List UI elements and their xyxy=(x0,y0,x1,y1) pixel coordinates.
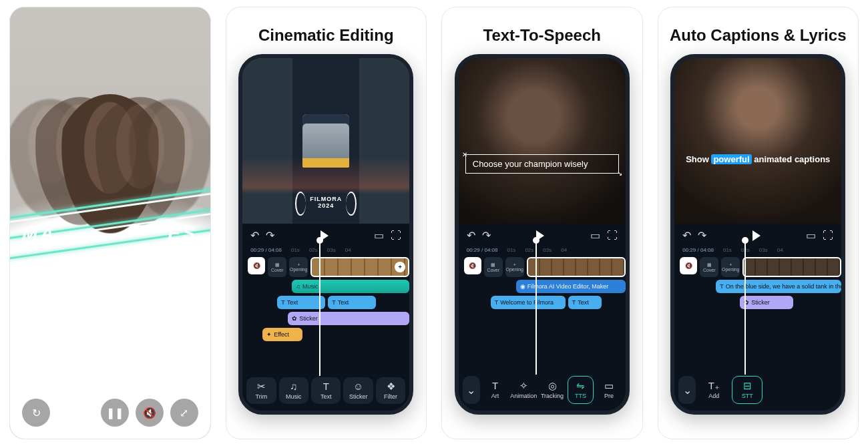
expand-icon: ⤢ xyxy=(180,407,188,419)
playhead[interactable] xyxy=(535,240,537,375)
pause-icon: ❚❚ xyxy=(106,407,124,419)
expand-button[interactable]: ⤢ xyxy=(170,399,198,427)
card-title: Auto Captions & Lyrics xyxy=(670,26,846,45)
tts-icon: ⇋ xyxy=(576,381,585,391)
mute-button[interactable]: 🔇 xyxy=(136,399,164,427)
playhead[interactable] xyxy=(744,240,746,375)
undo-icon[interactable]: ↶ xyxy=(250,229,259,242)
tool-tts[interactable]: ⇋TTS xyxy=(568,376,594,404)
add-clip-button[interactable]: + xyxy=(395,262,405,272)
sticker-clip[interactable]: ✿ Sticker xyxy=(288,312,409,325)
tracking-icon: ◎ xyxy=(548,381,557,391)
feature-card-captions: Auto Captions & Lyrics Show powerful ani… xyxy=(658,7,859,439)
play-button[interactable] xyxy=(752,230,761,241)
timeline[interactable]: 🔇 ▦Cover +Opening T On the blue side, we… xyxy=(674,254,841,372)
tool-animation[interactable]: ✧Animation xyxy=(510,376,537,404)
player-controls: ↶ ↷ ▭ ⛶ xyxy=(242,224,409,247)
effect-clip[interactable]: ✦ Effect xyxy=(262,328,302,341)
toolbar-collapse[interactable]: ⌄ xyxy=(678,376,696,404)
tool-music[interactable]: ♫Music xyxy=(279,377,308,404)
crop-icon[interactable]: ▭ xyxy=(374,229,384,242)
tool-tracking[interactable]: ◎Tracking xyxy=(539,376,565,404)
auto-caption: Show powerful animated captions xyxy=(674,154,841,164)
filter-icon: ❖ xyxy=(387,381,395,391)
playhead[interactable] xyxy=(319,240,320,376)
timecode: 00:29 / 04:08 xyxy=(250,247,282,253)
video-clip[interactable]: + xyxy=(310,257,409,277)
animation-icon: ✧ xyxy=(519,381,528,391)
timeline[interactable]: 🔇 ▦Cover +Opening ◉ Filmora AI Video Edi… xyxy=(459,254,626,372)
tool-trim[interactable]: ✂Trim xyxy=(246,377,276,404)
tool-filter[interactable]: ❖Filter xyxy=(376,377,405,404)
redo-icon[interactable]: ↷ xyxy=(266,229,274,242)
video-preview[interactable]: ✕ Choose your champion wisely ↘ xyxy=(459,58,626,224)
tick: 01s xyxy=(723,247,732,253)
award-badge: FILMORA 2024 xyxy=(295,192,357,213)
tool-art[interactable]: TArt xyxy=(483,376,508,404)
promo-player-controls: ↻ ❚❚ 🔇 ⤢ xyxy=(22,399,198,427)
tts-clip[interactable]: T Welcome to Filmora xyxy=(491,296,566,309)
track-mute-button[interactable]: 🔇 xyxy=(464,257,481,274)
phone-mock: FILMORA 2024 ↶ ↷ ▭ ⛶ 00:29 / 04:08 01s 0… xyxy=(238,54,413,415)
tool-text[interactable]: TText xyxy=(311,377,341,404)
crop-icon[interactable]: ▭ xyxy=(806,229,816,242)
fullscreen-icon[interactable]: ⛶ xyxy=(607,230,618,242)
tick: 03s xyxy=(327,247,336,253)
text-clip[interactable]: T Text xyxy=(568,296,602,309)
tick: 03s xyxy=(759,247,768,253)
tick: 04 xyxy=(345,247,351,253)
tool-stt[interactable]: ⊟STT xyxy=(732,376,763,404)
cover-chip[interactable]: ▦Cover xyxy=(700,257,718,277)
mute-icon: 🔇 xyxy=(253,262,260,269)
bottom-toolbar: ✂Trim ♫Music TText ☺Sticker ❖Filter xyxy=(242,373,409,411)
tool-sticker[interactable]: ☺Sticker xyxy=(343,377,373,404)
video-preview[interactable]: Show powerful animated captions xyxy=(674,58,841,224)
add-text-icon: T₊ xyxy=(708,381,720,391)
bottom-toolbar: ⌄ T₊Add ⊟STT xyxy=(674,372,841,411)
badge-line1: FILMORA xyxy=(310,196,342,202)
text-clip[interactable]: T Text xyxy=(277,296,325,309)
cover-chip[interactable]: ▦Cover xyxy=(484,257,503,277)
video-preview[interactable]: FILMORA 2024 xyxy=(242,58,409,224)
pause-button[interactable]: ❚❚ xyxy=(101,399,129,427)
tick: 01s xyxy=(507,247,515,253)
time-ruler: 00:29 / 04:08 01s 02s 03s 04 xyxy=(674,247,841,254)
text-clip[interactable]: T Text xyxy=(328,296,376,309)
tts-clip[interactable]: ◉ Filmora AI Video Editor, Maker xyxy=(516,280,626,293)
track-mute-button[interactable]: 🔇 xyxy=(248,257,265,274)
fullscreen-icon[interactable]: ⛶ xyxy=(391,230,401,242)
cover-chip[interactable]: ▦Cover xyxy=(268,257,286,277)
scissors-icon: ✂ xyxy=(257,381,266,391)
opening-chip[interactable]: +Opening xyxy=(505,257,524,277)
timecode: 00:29 / 04:08 xyxy=(682,247,714,253)
tick: 01s xyxy=(291,247,300,253)
toolbar-collapse[interactable]: ⌄ xyxy=(463,376,480,404)
badge-line2: 2024 xyxy=(310,202,342,209)
bottom-toolbar: ⌄ TArt ✧Animation ◎Tracking ⇋TTS ▭Pre xyxy=(459,372,626,411)
sticker-clip[interactable]: ✿ Sticker xyxy=(740,296,793,309)
editable-caption[interactable]: ✕ Choose your champion wisely ↘ xyxy=(465,154,619,174)
video-clip[interactable] xyxy=(527,257,626,277)
redo-icon[interactable]: ↷ xyxy=(698,229,706,242)
card-title: Text-To-Speech xyxy=(483,26,601,45)
redo-icon[interactable]: ↷ xyxy=(482,229,491,242)
caption-clip[interactable]: T On the blue side, we have a solid tank… xyxy=(716,280,841,293)
opening-chip[interactable]: +Opening xyxy=(721,257,740,277)
crop-icon[interactable]: ▭ xyxy=(590,229,600,242)
fullscreen-icon[interactable]: ⛶ xyxy=(823,230,833,242)
undo-icon[interactable]: ↶ xyxy=(682,229,691,242)
track-mute-button[interactable]: 🔇 xyxy=(680,257,697,274)
music-icon: ♫ xyxy=(290,381,297,391)
tool-add[interactable]: T₊Add xyxy=(698,376,729,404)
restart-button[interactable]: ↻ xyxy=(22,399,50,427)
tool-pre[interactable]: ▭Pre xyxy=(596,376,622,404)
resize-handle-icon[interactable]: ↘ xyxy=(617,170,622,177)
timeline[interactable]: 🔇 ▦Cover +Opening + ♫ Music T Text T Tex… xyxy=(242,254,409,373)
time-ruler: 00:29 / 04:08 01s 02s 03s 04 xyxy=(242,247,409,254)
video-clip[interactable] xyxy=(742,257,841,277)
opening-chip[interactable]: +Opening xyxy=(289,257,308,277)
undo-icon[interactable]: ↶ xyxy=(467,229,475,242)
phone-mock: ✕ Choose your champion wisely ↘ ↶↷ ▭⛶ 00… xyxy=(455,54,630,415)
close-icon[interactable]: ✕ xyxy=(462,151,467,158)
music-track[interactable]: ♫ Music xyxy=(292,280,409,293)
